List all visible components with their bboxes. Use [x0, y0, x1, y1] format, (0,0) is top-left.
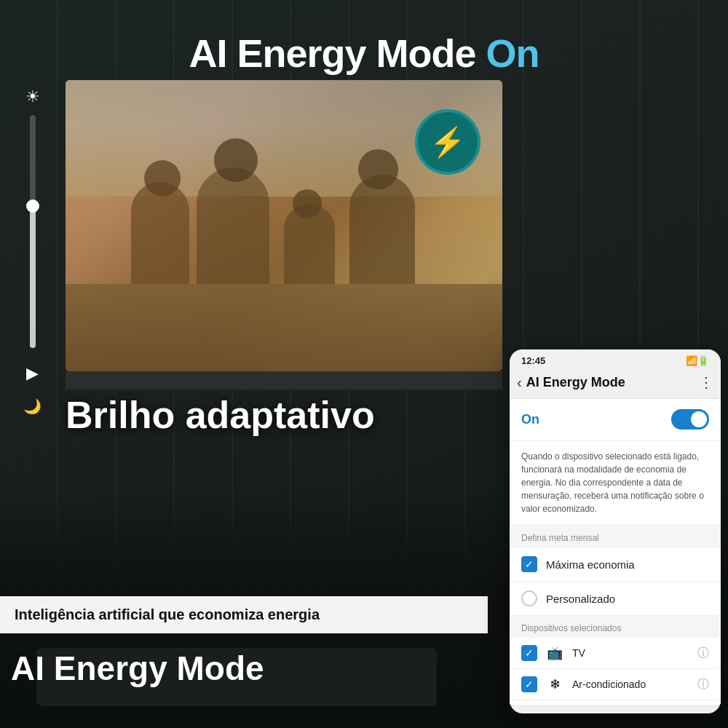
toggle-knob [691, 411, 707, 427]
tv-info-icon[interactable]: ⓘ [697, 646, 709, 661]
phone-status-bar: 12:45 📶🔋 [510, 349, 721, 369]
tv-icon: 📺 [545, 645, 565, 661]
toggle-row: On [510, 399, 721, 440]
energy-circle: ⚡ [415, 109, 480, 175]
title-text: AI Energy Mode [189, 31, 475, 75]
toggle-label: On [521, 412, 539, 427]
moon-icon: 🌙 [23, 397, 41, 415]
phone-body: On Quando o dispositivo selecionado está… [510, 399, 721, 705]
ac-label: Ar-condicionado [572, 678, 690, 690]
on-text: On [486, 31, 539, 75]
ac-icon: ❄ [545, 676, 565, 692]
slider-thumb[interactable] [26, 199, 39, 213]
meta-mensal-header: Defina meta mensal [510, 526, 721, 547]
tv-stand [66, 371, 502, 389]
plug-icon: ⚡ [430, 125, 466, 159]
phone-header-left: ‹ AI Energy Mode [517, 374, 625, 391]
tv-label: TV [572, 647, 690, 659]
maxima-economia-label: Máxima economia [546, 558, 635, 571]
personalizado-radio[interactable] [521, 590, 537, 606]
phone-header-title: AI Energy Mode [526, 375, 625, 390]
device-ac-row[interactable]: ✓ ❄ Ar-condicionado ⓘ [510, 669, 721, 700]
maxima-economia-checkbox[interactable]: ✓ [521, 556, 537, 572]
personalizado-label: Personalizado [546, 593, 615, 605]
slider-fill [30, 208, 36, 348]
slider-track[interactable] [30, 115, 36, 348]
maxima-economia-row[interactable]: ✓ Máxima economia [510, 547, 721, 582]
description-text: Quando o dispositivo selecionado está li… [510, 441, 721, 524]
tv-checkbox[interactable]: ✓ [521, 645, 537, 661]
play-icon: ▶ [26, 364, 39, 383]
phone-panel: 12:45 📶🔋 ‹ AI Energy Mode ⋮ On Quando o … [510, 349, 721, 713]
status-icons: 📶🔋 [686, 355, 709, 366]
more-icon[interactable]: ⋮ [699, 373, 713, 391]
bottom-title: AI Energy Mode [11, 649, 264, 688]
device-tv-row[interactable]: ✓ 📺 TV ⓘ [510, 638, 721, 669]
ac-info-icon[interactable]: ⓘ [697, 677, 709, 692]
toggle-switch[interactable] [671, 409, 709, 430]
status-time: 12:45 [521, 355, 545, 366]
main-title: AI Energy Mode On [0, 31, 728, 76]
sun-icon: ☀ [25, 87, 40, 106]
tagline-text: Inteligência artificial que economiza en… [15, 606, 320, 622]
tagline-bar: Inteligência artificial que economiza en… [0, 596, 488, 633]
back-icon[interactable]: ‹ [517, 374, 522, 391]
adaptive-brightness-text: Brilho adaptativo [66, 393, 375, 437]
device-washer-row[interactable]: ✓ 🖲 Máquina de lavar ⓘ [510, 700, 721, 705]
phone-header: ‹ AI Energy Mode ⋮ [510, 369, 721, 399]
devices-section-header: Dispositivos selecionados [510, 616, 721, 638]
personalizado-row[interactable]: Personalizado [510, 582, 721, 616]
ac-checkbox[interactable]: ✓ [521, 676, 537, 692]
brightness-slider[interactable]: ☀ ▶ 🌙 [23, 87, 41, 415]
